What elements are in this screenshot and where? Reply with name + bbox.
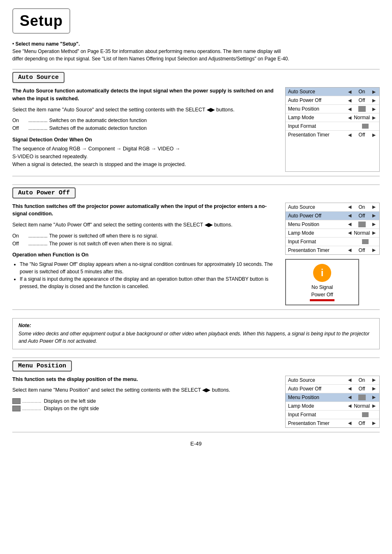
note-label: Note:: [18, 323, 374, 328]
auto-power-off-title: Auto Power Off: [12, 187, 76, 199]
menu-position-items: .............. Displays on the left side…: [12, 398, 277, 411]
menu-row-input-format: Input Format: [286, 122, 379, 131]
input-format3-icon: [362, 412, 369, 417]
menu-position-right: .............. Displays on the right sid…: [12, 406, 277, 411]
apo-bullet-2: If a signal is input during the appearan…: [20, 275, 277, 290]
menu3-row-lamp-mode: Lamp Mode ◀ Normal ▶: [286, 402, 379, 411]
auto-power-off-on-off: On .............. The power is switched …: [12, 232, 277, 248]
menu2-position-icon: [358, 222, 366, 227]
menu3-row-presentation-timer: Presentation Timer ◀ Off ▶: [286, 419, 379, 427]
page-title: Setup: [20, 12, 63, 30]
menu-position-menu: Auto Source ◀ On ▶ Auto Power Off ◀ Off …: [285, 376, 380, 428]
no-signal-icon: i: [313, 264, 331, 282]
menu-row-presentation-timer: Presentation Timer ◀ Off ▶: [286, 131, 379, 139]
auto-power-off-text: This function switches off the projector…: [12, 203, 277, 305]
right-icon: [12, 406, 21, 411]
page-number: E-49: [190, 441, 201, 447]
no-signal-bar: [310, 299, 334, 301]
auto-source-para: Select the item name "Auto Source" and s…: [12, 106, 277, 114]
menu-row-auto-power-off: Auto Power Off ◀ Off ▶: [286, 96, 379, 105]
auto-source-sub-heading: Signal Detection Order When On: [12, 136, 277, 144]
menu2-row-auto-source: Auto Source ◀ On ▶: [286, 203, 379, 212]
auto-source-intro: The Auto Source function automatically d…: [12, 87, 277, 103]
auto-source-section: Auto Source The Auto Source function aut…: [12, 69, 380, 176]
no-signal-display: i No Signal Power Off: [285, 259, 359, 305]
menu3-row-auto-source: Auto Source ◀ On ▶: [286, 376, 379, 385]
intro-section: • Select menu name "Setup". See "Menu Op…: [12, 40, 380, 62]
auto-source-body: The Auto Source function automatically d…: [12, 87, 380, 172]
menu-row-menu-position: Menu Position ◀ ▶: [286, 105, 379, 113]
apo-on-item: On .............. The power is switched …: [12, 232, 277, 240]
auto-source-menu: Auto Source ◀ On ▶ Auto Power Off ◀ Off …: [285, 87, 380, 172]
menu-position-icon: [358, 106, 366, 112]
menu-position-intro: This function sets the display position …: [12, 376, 277, 383]
menu-position-text: This function sets the display position …: [12, 376, 277, 428]
auto-source-on-off: On .............. Switches on the automa…: [12, 117, 277, 132]
auto-source-title: Auto Source: [12, 72, 65, 83]
menu2-row-presentation-timer: Presentation Timer ◀ Off ▶: [286, 246, 379, 254]
intro-line2: differ depending on the input signal. Se…: [12, 55, 380, 62]
apo-sub-heading: Operation when Function is On: [12, 251, 277, 259]
auto-power-off-menu: Auto Source ◀ On ▶ Auto Power Off ◀ Off …: [285, 203, 380, 255]
auto-power-off-para: Select item name "Auto Power Off" and se…: [12, 221, 277, 229]
auto-source-text: The Auto Source function automatically d…: [12, 87, 277, 172]
note-box: Note: Some video decks and other equipme…: [12, 318, 380, 349]
auto-power-off-intro: This function switches off the projector…: [12, 203, 277, 218]
menu-row-auto-source: Auto Source ◀ On ▶: [286, 88, 379, 96]
menu3-row-input-format: Input Format: [286, 411, 379, 419]
input-format-icon: [362, 124, 369, 129]
menu2-row-lamp-mode: Lamp Mode ◀ Normal ▶: [286, 229, 379, 238]
menu-position-left: .............. Displays on the left side: [12, 398, 277, 404]
menu3-position-icon: [358, 395, 366, 400]
apo-bullet-1: The "No Signal Power Off" display appear…: [20, 261, 277, 275]
menu-position-para: Select item name "Menu Position" and sel…: [12, 386, 277, 394]
menu3-row-auto-power-off: Auto Power Off ◀ Off ▶: [286, 385, 379, 393]
auto-power-off-body: This function switches off the projector…: [12, 203, 380, 305]
auto-source-sub-text: The sequence of Analog RGB → Component →…: [12, 145, 277, 168]
menu-position-section: Menu Position This function sets the dis…: [12, 358, 380, 432]
apo-off-item: Off .............. The power is not swit…: [12, 240, 277, 248]
menu3-row-menu-position: Menu Position ◀ ▶: [286, 393, 379, 402]
on-item: On .............. Switches on the automa…: [12, 117, 277, 125]
page-header-box: Setup: [12, 8, 70, 34]
no-signal-line2: Power Off: [286, 292, 358, 298]
page-footer: E-49: [12, 441, 380, 447]
note-text: Some video decks and other equipment out…: [18, 330, 374, 345]
menu-position-body: This function sets the display position …: [12, 376, 380, 428]
auto-power-off-section: Auto Power Off This function switches of…: [12, 185, 380, 310]
menu2-row-input-format: Input Format: [286, 238, 379, 246]
input-format2-icon: [362, 239, 369, 244]
menu-position-title: Menu Position: [12, 360, 72, 372]
off-item: Off .............. Switches off the auto…: [12, 125, 277, 132]
menu-row-lamp-mode: Lamp Mode ◀ Normal ▶: [286, 113, 379, 122]
intro-bullet: • Select menu name "Setup".: [12, 40, 380, 48]
apo-bullet-list: The "No Signal Power Off" display appear…: [12, 261, 277, 290]
no-signal-line1: No Signal: [286, 284, 358, 290]
menu2-row-menu-position: Menu Position ◀ ▶: [286, 220, 379, 229]
menu2-row-auto-power-off: Auto Power Off ◀ Off ▶: [286, 212, 379, 220]
intro-line1: See "Menu Operation Method" on Page E-35…: [12, 48, 380, 55]
left-icon: [12, 398, 21, 404]
apo-right-panel: Auto Source ◀ On ▶ Auto Power Off ◀ Off …: [285, 203, 380, 305]
